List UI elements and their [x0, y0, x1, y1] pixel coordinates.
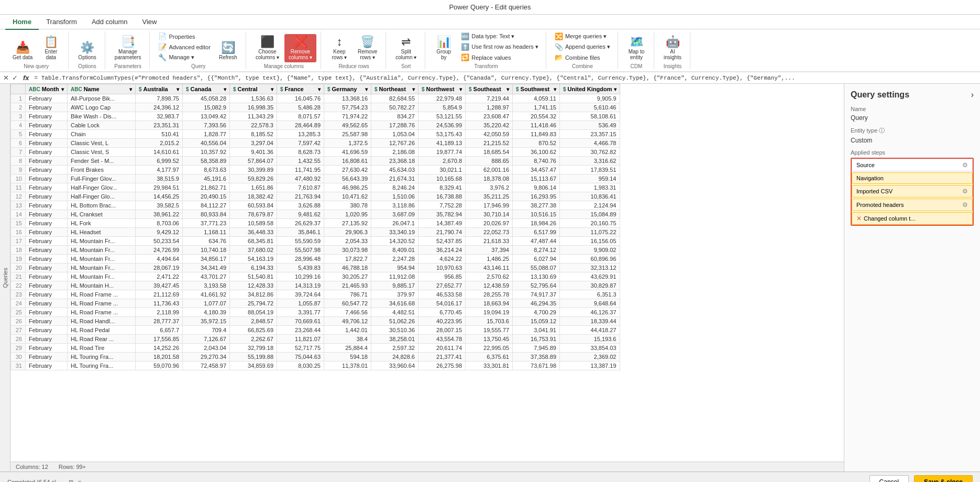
- cell-12[interactable]: 32,313.12: [560, 264, 620, 272]
- cell-11[interactable]: 34,457.47: [513, 166, 560, 174]
- cell-9[interactable]: 5,854.9: [419, 103, 466, 112]
- cell-10[interactable]: 20,026.97: [466, 219, 513, 228]
- cell-6[interactable]: 1,432.55: [277, 157, 324, 166]
- cell-7[interactable]: 25,587.98: [324, 130, 371, 139]
- cell-2[interactable]: HL Fork: [68, 219, 136, 228]
- cell-3[interactable]: 28,777.37: [136, 317, 183, 326]
- cell-8[interactable]: 8,246.24: [371, 183, 419, 192]
- cell-4[interactable]: 709.4: [183, 326, 230, 335]
- cell-10[interactable]: 3,976.2: [466, 183, 513, 192]
- cell-5[interactable]: 3,297.04: [230, 139, 277, 148]
- cell-8[interactable]: 954.94: [371, 264, 419, 272]
- cell-9[interactable]: 956.85: [419, 272, 466, 281]
- cell-12[interactable]: 58,108.61: [560, 112, 620, 121]
- tab-view[interactable]: View: [135, 15, 164, 29]
- cell-1[interactable]: February: [26, 255, 68, 264]
- cell-3[interactable]: 6,999.52: [136, 157, 183, 166]
- cell-1[interactable]: February: [26, 121, 68, 130]
- cell-7[interactable]: 57,754.23: [324, 103, 371, 112]
- cell-6[interactable]: 3,626.88: [277, 201, 324, 210]
- step-delete-icon[interactable]: ✕: [856, 215, 862, 222]
- cell-4[interactable]: 10,740.18: [183, 246, 230, 255]
- cell-4[interactable]: 1,828.77: [183, 130, 230, 139]
- cell-10[interactable]: 23,608.47: [466, 112, 513, 121]
- cell-3[interactable]: 510.41: [136, 130, 183, 139]
- cell-5[interactable]: 34,859.69: [230, 362, 277, 370]
- cell-8[interactable]: 26,047.1: [371, 219, 419, 228]
- cell-9[interactable]: 52,437.85: [419, 237, 466, 246]
- cell-10[interactable]: 21,215.52: [466, 139, 513, 148]
- cell-12[interactable]: 16,156.05: [560, 237, 620, 246]
- cell-5[interactable]: 37,680.02: [230, 246, 277, 255]
- table-row[interactable]: 28FebruaryHL Road Rear ...17,556.857,126…: [11, 335, 620, 344]
- cell-11[interactable]: 13,130.69: [513, 272, 560, 281]
- cell-7[interactable]: 1,020.95: [324, 210, 371, 219]
- step-gear-icon[interactable]: ⚙: [962, 201, 968, 209]
- cell-12[interactable]: 1,983.31: [560, 183, 620, 192]
- cell-8[interactable]: 14,320.52: [371, 237, 419, 246]
- table-row[interactable]: 14FebruaryHL Crankset38,961.2280,933.847…: [11, 210, 620, 219]
- step-gear-icon[interactable]: ⚙: [962, 161, 968, 169]
- split-column-button[interactable]: ⇌ Splitcolumn ▾: [391, 34, 421, 62]
- cell-5[interactable]: 68,345.81: [230, 237, 277, 246]
- cell-10[interactable]: 2,570.62: [466, 272, 513, 281]
- cell-4[interactable]: 34,856.17: [183, 255, 230, 264]
- table-row[interactable]: 19FebruaryHL Mountain Fr...4,494.6434,85…: [11, 255, 620, 264]
- table-row[interactable]: 11FebruaryHalf-Finger Glov...29,984.5121…: [11, 183, 620, 192]
- cell-12[interactable]: 9,909.02: [560, 246, 620, 255]
- grid-icon[interactable]: ⊞: [69, 479, 73, 483]
- cell-10[interactable]: 17,946.99: [466, 201, 513, 210]
- cell-5[interactable]: 9,401.36: [230, 148, 277, 157]
- cell-3[interactable]: 14,252.26: [136, 344, 183, 353]
- cell-8[interactable]: 24,828.6: [371, 353, 419, 362]
- cell-8[interactable]: 17,288.76: [371, 121, 419, 130]
- cell-3[interactable]: 59,070.96: [136, 362, 183, 370]
- cell-5[interactable]: 57,864.07: [230, 157, 277, 166]
- cell-4[interactable]: 1,168.11: [183, 228, 230, 237]
- table-row[interactable]: 15FebruaryHL Fork8,703.0637,771.2310,589…: [11, 219, 620, 228]
- table-row[interactable]: 9FebruaryFront Brakes4,177.978,673.6330,…: [11, 166, 620, 174]
- cell-6[interactable]: 35,846.1: [277, 228, 324, 237]
- options-button[interactable]: ⚙️ Options: [74, 40, 100, 62]
- cell-1[interactable]: February: [26, 103, 68, 112]
- cell-12[interactable]: 11,075.22: [560, 228, 620, 237]
- cell-7[interactable]: 594.18: [324, 353, 371, 362]
- cell-4[interactable]: 72,458.97: [183, 362, 230, 370]
- remove-columns-button[interactable]: ❌ Removecolumns ▾: [284, 34, 316, 62]
- cell-2[interactable]: HL Mountain H...: [68, 281, 136, 290]
- cell-7[interactable]: 21,465.93: [324, 281, 371, 290]
- cell-4[interactable]: 29,270.34: [183, 353, 230, 362]
- cell-11[interactable]: 6,517.99: [513, 228, 560, 237]
- cell-8[interactable]: 33,960.64: [371, 362, 419, 370]
- cell-12[interactable]: 3,316.62: [560, 157, 620, 166]
- cell-9[interactable]: 20,611.74: [419, 344, 466, 353]
- cell-7[interactable]: 1,372.5: [324, 139, 371, 148]
- cell-7[interactable]: 25,884.4: [324, 344, 371, 353]
- cell-4[interactable]: 84,112.27: [183, 201, 230, 210]
- keep-rows-button[interactable]: ↕️ Keeprows ▾: [326, 34, 353, 62]
- cell-1[interactable]: February: [26, 228, 68, 237]
- cell-3[interactable]: 21,112.69: [136, 290, 183, 299]
- cell-2[interactable]: HL Touring Fra...: [68, 353, 136, 362]
- data-type-button[interactable]: 🔤 Data type: Text ▾: [458, 31, 542, 41]
- cell-3[interactable]: 18,201.58: [136, 353, 183, 362]
- cell-6[interactable]: 75,044.63: [277, 353, 324, 362]
- cell-8[interactable]: 379.97: [371, 290, 419, 299]
- cell-8[interactable]: 4,482.51: [371, 308, 419, 317]
- cell-3[interactable]: 29,984.51: [136, 183, 183, 192]
- cell-5[interactable]: 2,262.67: [230, 335, 277, 344]
- cell-12[interactable]: 2,369.02: [560, 353, 620, 362]
- cell-11[interactable]: 7,945.89: [513, 344, 560, 353]
- cell-1[interactable]: February: [26, 317, 68, 326]
- list-icon[interactable]: ≡: [78, 479, 81, 483]
- cell-5[interactable]: 54,163.19: [230, 255, 277, 264]
- cell-7[interactable]: 46,986.25: [324, 183, 371, 192]
- table-row[interactable]: 2FebruaryAWC Logo Cap24,396.1215,082.916…: [11, 103, 620, 112]
- cell-4[interactable]: 80,933.84: [183, 210, 230, 219]
- cell-12[interactable]: 959.14: [560, 174, 620, 183]
- cell-9[interactable]: 43,554.78: [419, 335, 466, 344]
- table-row[interactable]: 13FebruaryHL Bottom Brac...39,582.584,11…: [11, 201, 620, 210]
- cell-5[interactable]: 55,199.88: [230, 353, 277, 362]
- cell-8[interactable]: 11,912.08: [371, 272, 419, 281]
- cell-3[interactable]: 39,582.5: [136, 201, 183, 210]
